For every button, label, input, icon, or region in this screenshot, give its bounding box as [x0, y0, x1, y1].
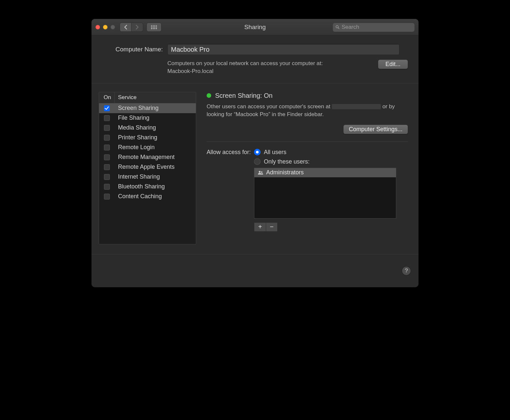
edit-hostname-button[interactable]: Edit... [378, 60, 408, 69]
user-list-controls: + − [254, 222, 396, 232]
service-name: Screen Sharing [115, 105, 196, 112]
service-name: File Sharing [115, 114, 196, 121]
allow-access-label: Allow access for: [207, 149, 251, 156]
svg-point-2 [259, 171, 261, 172]
search-icon [335, 25, 340, 29]
service-name: Remote Management [115, 154, 196, 161]
grid-icon [151, 25, 157, 29]
show-all-button[interactable] [146, 23, 162, 32]
status-indicator-icon [207, 93, 211, 98]
forward-button[interactable] [131, 23, 143, 32]
close-window-button[interactable] [95, 25, 100, 29]
nav-group [120, 23, 143, 32]
service-checkbox[interactable] [104, 145, 110, 150]
service-row[interactable]: Remote Apple Events [99, 162, 196, 172]
back-button[interactable] [120, 23, 131, 32]
service-row[interactable]: Internet Sharing [99, 172, 196, 182]
service-row[interactable]: Printer Sharing [99, 133, 196, 143]
help-button[interactable]: ? [402, 267, 411, 275]
remove-user-button[interactable]: − [266, 222, 278, 232]
address-redacted [332, 104, 381, 109]
window-controls [95, 25, 115, 29]
radio-button-icon [254, 149, 261, 155]
service-row[interactable]: Media Sharing [99, 123, 196, 133]
service-name: Remote Apple Events [115, 164, 196, 170]
service-row[interactable]: Remote Login [99, 143, 196, 152]
chevron-left-icon [124, 25, 128, 29]
computer-settings-button[interactable]: Computer Settings... [343, 125, 408, 134]
access-radio-group: All users Only these users: [254, 149, 396, 165]
user-row[interactable]: Administrators [254, 168, 396, 177]
service-row[interactable]: Screen Sharing [99, 103, 196, 113]
allowed-users-list[interactable]: Administrators [254, 168, 396, 219]
service-name: Printer Sharing [115, 134, 196, 141]
preferences-window: Sharing Computer Name: Computers on your… [92, 19, 418, 287]
svg-point-3 [261, 171, 262, 173]
svg-line-1 [338, 27, 339, 28]
service-checkbox[interactable] [104, 105, 110, 111]
chevron-right-icon [135, 25, 139, 29]
service-checkbox[interactable] [104, 194, 110, 200]
service-name: Internet Sharing [115, 173, 196, 180]
service-name: Bluetooth Sharing [115, 183, 196, 190]
services-col-name: Service [115, 92, 196, 103]
service-checkbox[interactable] [104, 174, 110, 180]
service-name: Remote Login [115, 144, 196, 151]
service-checkbox[interactable] [104, 125, 110, 131]
service-row[interactable]: Bluetooth Sharing [99, 182, 196, 192]
computer-name-label: Computer Name: [102, 44, 167, 53]
add-user-button[interactable]: + [254, 222, 266, 232]
radio-all-users[interactable]: All users [254, 149, 396, 156]
service-row[interactable]: File Sharing [99, 113, 196, 123]
service-checkbox[interactable] [104, 115, 110, 121]
service-checkbox[interactable] [104, 154, 110, 160]
radio-button-icon [254, 158, 261, 165]
service-status-title: Screen Sharing: On [215, 92, 273, 99]
users-group-icon [258, 170, 264, 175]
service-name: Media Sharing [115, 124, 196, 131]
service-name: Content Caching [115, 193, 196, 200]
window-title: Sharing [244, 24, 266, 31]
service-checkbox[interactable] [104, 184, 110, 190]
computer-name-hint: Computers on your local network can acce… [167, 60, 360, 75]
service-checkbox[interactable] [104, 164, 110, 170]
window-footer: ? [92, 254, 418, 287]
minimize-window-button[interactable] [103, 25, 108, 29]
service-row[interactable]: Content Caching [99, 192, 196, 201]
services-header: On Service [99, 92, 196, 103]
services-table: On Service Screen SharingFile SharingMed… [99, 92, 196, 244]
service-detail: Screen Sharing: On Other users can acces… [207, 92, 408, 244]
services-col-on: On [99, 92, 115, 103]
zoom-window-button[interactable] [110, 25, 115, 29]
computer-name-section: Computer Name: Computers on your local n… [92, 35, 418, 83]
service-checkbox[interactable] [104, 135, 110, 141]
computer-name-input[interactable] [167, 44, 400, 55]
titlebar: Sharing [92, 19, 418, 35]
service-description: Other users can access your computer's s… [207, 103, 408, 119]
search-input[interactable] [342, 24, 412, 30]
search-field[interactable] [333, 23, 415, 32]
service-row[interactable]: Remote Management [99, 152, 196, 162]
radio-only-these-users[interactable]: Only these users: [254, 158, 396, 165]
sharing-main: On Service Screen SharingFile SharingMed… [92, 83, 418, 254]
